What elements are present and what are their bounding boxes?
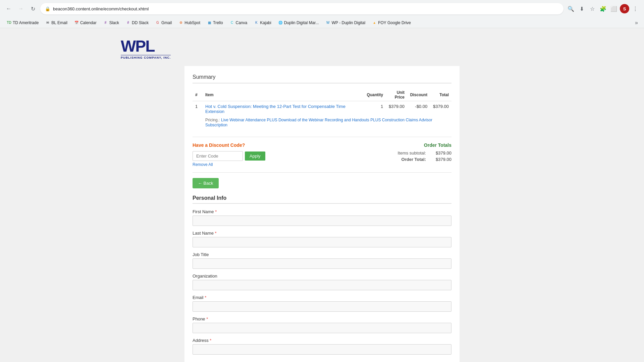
row-total: $379.00: [430, 101, 451, 117]
last-name-label: Last Name *: [193, 231, 451, 236]
col-num: #: [193, 89, 203, 101]
items-subtotal-row: Items subtotal: $379.00: [397, 150, 451, 156]
slack-icon: #: [103, 20, 108, 25]
bookmark-kajabi[interactable]: K Kajabi: [251, 19, 274, 26]
back-nav-button[interactable]: ←: [4, 4, 13, 13]
logo-sub: PUBLISHING COMPANY, INC.: [121, 55, 171, 59]
url-text: beacon360.content.online/ecomm/checkout.…: [53, 6, 559, 11]
table-header-row: # Item Quantity Unit Price Discount Tota…: [193, 89, 451, 101]
pricing-desc: Live Webinar Attendance PLUS Download of…: [205, 118, 432, 127]
canva-icon: C: [230, 20, 234, 25]
first-name-group: First Name *: [193, 209, 451, 226]
first-name-input[interactable]: [193, 216, 451, 226]
row-quantity: 1: [364, 101, 386, 117]
phone-required: *: [206, 316, 208, 321]
lock-icon: 🔒: [45, 6, 50, 11]
row-num: 1: [193, 101, 203, 117]
email-label: Email *: [193, 295, 451, 300]
bookmark-canva[interactable]: C Canva: [227, 19, 250, 26]
personal-info-title: Personal Info: [193, 195, 451, 204]
bookmark-hubspot[interactable]: ⚙ HubSpot: [176, 19, 203, 26]
profile-button[interactable]: S: [620, 4, 629, 13]
job-title-input[interactable]: [193, 258, 451, 269]
td-ameritrade-icon: TD: [7, 20, 11, 25]
last-name-required: *: [215, 231, 217, 236]
menu-button[interactable]: ⋮: [631, 4, 640, 13]
reload-button[interactable]: ↻: [28, 4, 38, 13]
window-button[interactable]: ⬜: [609, 4, 619, 13]
bl-email-icon: ✉: [45, 20, 50, 25]
address-required: *: [210, 338, 211, 343]
row-discount: -$0.00: [407, 101, 430, 117]
pricing-row: Pricing.: Live Webinar Attendance PLUS D…: [193, 117, 451, 130]
organization-input[interactable]: [193, 280, 451, 290]
job-title-label: Job Title: [193, 252, 451, 257]
bookmark-calendar[interactable]: 📅 Calendar: [71, 19, 99, 26]
bookmark-slack[interactable]: # Slack: [101, 19, 122, 26]
bookmark-trello[interactable]: ▦ Trello: [204, 19, 226, 26]
bookmarks-more-button[interactable]: »: [633, 18, 640, 27]
summary-title: Summary: [193, 74, 451, 83]
last-name-input[interactable]: [193, 237, 451, 247]
address-input[interactable]: [193, 344, 451, 355]
toolbar-actions: 🔍 ⬇ ☆ 🧩 ⬜ S ⋮: [566, 4, 640, 13]
unit-price-header-line2: Price: [395, 95, 405, 100]
page-content: WPL PUBLISHING COMPANY, INC. Summary # I…: [0, 28, 644, 362]
col-total: Total: [430, 89, 451, 101]
wp-icon: W: [326, 20, 330, 25]
address-label: Address *: [193, 338, 451, 343]
bookmark-foy-drive[interactable]: ▲ FOY Google Drive: [369, 19, 414, 26]
bookmark-td-ameritrade[interactable]: TD TD Ameritrade: [4, 19, 41, 26]
order-total-value: $379.00: [431, 157, 451, 162]
items-subtotal-label: Items subtotal:: [397, 150, 426, 156]
discount-code-input[interactable]: [193, 151, 243, 161]
download-button[interactable]: ⬇: [577, 4, 586, 13]
first-name-label: First Name *: [193, 209, 451, 214]
apply-button[interactable]: Apply: [245, 152, 265, 161]
back-button[interactable]: ← Back: [193, 178, 219, 188]
calendar-icon: 📅: [74, 20, 79, 25]
discount-input-row: Apply: [193, 151, 265, 161]
bookmark-button[interactable]: ☆: [588, 4, 597, 13]
discount-section: Have a Discount Code? Apply Remove All: [193, 142, 265, 167]
search-button[interactable]: 🔍: [566, 4, 576, 13]
unit-price-header-line1: Unit: [397, 90, 405, 95]
bookmarks-bar: TD TD Ameritrade ✉ BL Email 📅 Calendar #…: [0, 17, 644, 28]
site-header: WPL PUBLISHING COMPANY, INC.: [121, 35, 523, 66]
forward-nav-button[interactable]: →: [16, 4, 25, 13]
row-item: Hot v. Cold Suspension: Meeting the 12-P…: [203, 101, 364, 117]
col-discount: Discount: [407, 89, 430, 101]
table-row: 1 Hot v. Cold Suspension: Meeting the 12…: [193, 101, 451, 117]
bookmark-gmail[interactable]: G Gmail: [153, 19, 174, 26]
email-input[interactable]: [193, 301, 451, 312]
gmail-icon: G: [155, 20, 160, 25]
order-totals-section: Order Totals Items subtotal: $379.00 Ord…: [397, 142, 451, 163]
phone-label: Phone *: [193, 316, 451, 321]
kajabi-icon: K: [254, 20, 259, 25]
duplin-icon: 🌐: [278, 20, 283, 25]
item-link[interactable]: Hot v. Cold Suspension: Meeting the 12-P…: [205, 104, 345, 114]
bookmark-dd-slack[interactable]: # DD Slack: [123, 19, 151, 26]
drive-icon: ▲: [372, 20, 377, 25]
col-unit-price: Unit Price: [386, 89, 407, 101]
bookmark-wp-duplin[interactable]: W WP - Duplin Digital: [323, 19, 368, 26]
checkout-container: Summary # Item Quantity Unit Price: [184, 66, 460, 362]
row-unit-price: $379.00: [386, 101, 407, 117]
col-quantity: Quantity: [364, 89, 386, 101]
hubspot-icon: ⚙: [178, 20, 183, 25]
phone-input[interactable]: [193, 323, 451, 333]
phone-group: Phone *: [193, 316, 451, 333]
email-required: *: [205, 295, 206, 300]
address-bar: 🔒 beacon360.content.online/ecomm/checkou…: [40, 3, 564, 14]
email-group: Email *: [193, 295, 451, 312]
col-item: Item: [203, 89, 364, 101]
job-title-group: Job Title: [193, 252, 451, 269]
bookmark-duplin[interactable]: 🌐 Duplin Digital Mar...: [275, 19, 322, 26]
remove-all-link[interactable]: Remove All: [193, 162, 265, 167]
extensions-button[interactable]: 🧩: [598, 4, 608, 13]
bookmark-bl-email[interactable]: ✉ BL Email: [43, 19, 70, 26]
personal-info-section: Personal Info First Name * Last Name *: [193, 195, 451, 355]
organization-label: Organization: [193, 274, 451, 279]
organization-group: Organization: [193, 274, 451, 290]
summary-section: Summary # Item Quantity Unit Price: [193, 74, 451, 130]
